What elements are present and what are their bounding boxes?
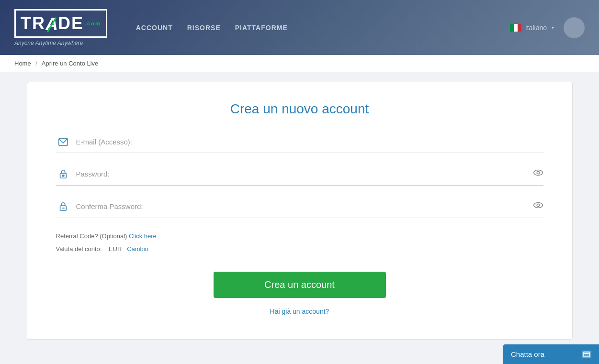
chevron-down-icon: ▾ [552, 25, 554, 30]
logo-tagline: Anyone Anytime Anywhere [14, 40, 83, 46]
language-label: Italiano [525, 24, 547, 32]
currency-change-link[interactable]: Cambio [127, 245, 148, 253]
avatar [564, 17, 585, 38]
email-field[interactable] [76, 136, 543, 148]
currency-label: Valuta del conto: [56, 245, 102, 253]
referral-line: Referral Code? (Optional) Click here [56, 232, 543, 240]
password-icon [56, 169, 70, 179]
login-link[interactable]: Hai già un account? [270, 308, 329, 315]
create-account-button[interactable]: Crea un account [214, 272, 386, 298]
svg-point-11 [533, 203, 542, 208]
nav-piattaforme[interactable]: PIATTAFORME [235, 24, 288, 32]
language-selector[interactable]: Italiano ▾ [510, 24, 554, 32]
breadcrumb: Home / Aprire un Conto Live [0, 55, 599, 72]
form-title-highlight: nuovo [282, 101, 318, 116]
password-input-group [56, 167, 543, 186]
logo-a-icon: A [45, 13, 58, 33]
chat-label: Chatta ora [511, 350, 544, 358]
breadcrumb-home[interactable]: Home [14, 60, 31, 67]
breadcrumb-separator: / [35, 60, 37, 67]
currency-value: EUR [109, 245, 122, 253]
italian-flag [510, 24, 521, 32]
confirm-password-field[interactable] [76, 200, 533, 212]
svg-point-12 [537, 204, 540, 207]
password-toggle-icon[interactable] [533, 167, 543, 180]
nav-risorse[interactable]: RISORSE [187, 24, 221, 32]
currency-line: Valuta del conto: EUR Cambio [56, 245, 543, 253]
main-nav: ACCOUNT RISORSE PIATTAFORME [136, 24, 510, 32]
registration-form-card: Crea un nuovo account [27, 82, 573, 340]
form-title-part1: Crea un [230, 101, 282, 116]
svg-rect-13 [584, 352, 589, 357]
header: TR A DE .com Anyone Anytime Anywhere ACC… [0, 0, 599, 55]
form-title: Crea un nuovo account [56, 101, 543, 117]
email-icon [56, 137, 70, 147]
logo-area: TR A DE .com Anyone Anytime Anywhere [14, 9, 107, 46]
form-title-part2: account [318, 101, 369, 116]
chat-window-icon [582, 351, 591, 358]
main-content: Crea un nuovo account [12, 72, 587, 349]
confirm-password-icon [56, 201, 70, 212]
referral-text: Referral Code? (Optional) [56, 232, 127, 240]
password-field[interactable] [76, 168, 533, 180]
confirm-password-toggle-icon[interactable] [533, 200, 543, 213]
svg-point-6 [533, 170, 542, 176]
breadcrumb-current: Aprire un Conto Live [42, 60, 99, 67]
confirm-password-input-group [56, 200, 543, 218]
login-link-container: Hai già un account? [56, 308, 543, 315]
logo-box: TR A DE .com [14, 9, 107, 38]
logo-com: .com [85, 21, 101, 26]
email-input-group [56, 136, 543, 153]
logo-text: TR A DE .com [21, 13, 101, 33]
chat-widget[interactable]: Chatta ora [503, 344, 599, 364]
nav-account[interactable]: ACCOUNT [136, 24, 173, 32]
svg-point-7 [537, 171, 540, 174]
referral-link[interactable]: Click here [129, 232, 157, 240]
